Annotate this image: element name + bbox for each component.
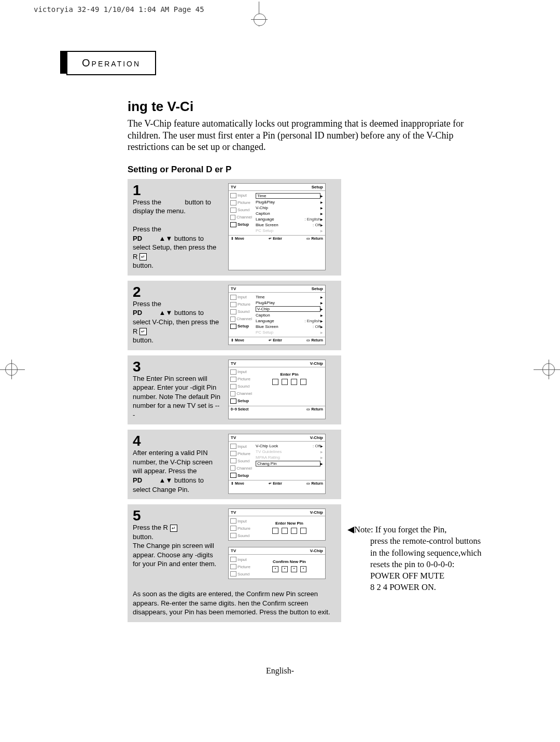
- step-2: 2 Press the PD ▲▼ buttons to select V-Ch…: [128, 281, 341, 350]
- tv-screen-vchip-menu: TVV-Chip Input Picture Sound Channel Set…: [228, 434, 326, 494]
- enter-icon: ↵: [139, 253, 147, 260]
- note-box: Note: If you forget the Pin, press the r…: [347, 524, 482, 594]
- step-number: 4: [133, 434, 221, 448]
- enter-icon: ↵: [170, 525, 177, 532]
- step-text: Press the PD ▲▼ buttons to select V-Chip…: [133, 299, 221, 345]
- section-tab: [60, 51, 66, 74]
- tv-screen-setup: TVSetup Input Picture Sound Channel Setu…: [228, 183, 326, 270]
- tv-screen-enter-new-pin: TVV-Chip Input Picture Sound Enter New P…: [228, 509, 326, 541]
- crop-mark-left: [5, 363, 18, 376]
- step-4: 4 After entering a valid PIN number, the…: [128, 430, 341, 499]
- step-number: 3: [133, 360, 221, 374]
- triangle-left-icon: [347, 525, 354, 534]
- page-title: ing te V-Ci: [128, 99, 491, 115]
- tv-screen-setup-vchip: TVSetup Input Picture Sound Channel Setu…: [228, 285, 326, 345]
- step-text: Press the MENU button to display the men…: [133, 198, 221, 270]
- tv-screen-enter-pin: TVV-Chip Input Picture Sound Channel Set…: [228, 360, 326, 420]
- step-number: 1: [133, 183, 221, 198]
- header-slug: victoryia 32-49 1/10/04 1:04 AM Page 45: [34, 5, 204, 13]
- crop-circle-icon: [254, 13, 266, 26]
- crop-mark-right: [542, 363, 555, 376]
- tv-sidebar: Input Picture Sound Channel Setup: [229, 191, 254, 235]
- step-text: The Enter Pin screen will appear. Enter …: [133, 374, 221, 420]
- intro-text: The V-Chip feature automatically locks o…: [128, 118, 491, 153]
- section-subhead: Setting or Peronal D er P: [128, 164, 491, 175]
- tv-screen-confirm-new-pin: TVV-Chip Input Picture Sound Confirm New…: [228, 547, 326, 579]
- step-after-text: As soon as the digits are entered, the C…: [133, 589, 336, 617]
- step-3: 3 The Enter Pin screen will appear. Ente…: [128, 355, 341, 425]
- step-number: 2: [133, 285, 221, 299]
- step-5: 5 Press the R ↵ button. The Change pin s…: [128, 504, 341, 622]
- step-1: 1 Press the MENU button to display the m…: [128, 179, 341, 276]
- step-text: After entering a valid PIN number, the V…: [133, 448, 221, 494]
- section-label: Operation: [66, 51, 156, 75]
- step-number: 5: [133, 509, 221, 523]
- page-footer: English-: [0, 666, 560, 676]
- crop-mark: [251, 19, 268, 20]
- step-text: Press the R ↵ button. The Change pin scr…: [133, 523, 221, 569]
- tv-menu: Time Plug&Play V-Chip Caption Language: …: [254, 191, 325, 235]
- enter-icon: ↵: [139, 328, 147, 335]
